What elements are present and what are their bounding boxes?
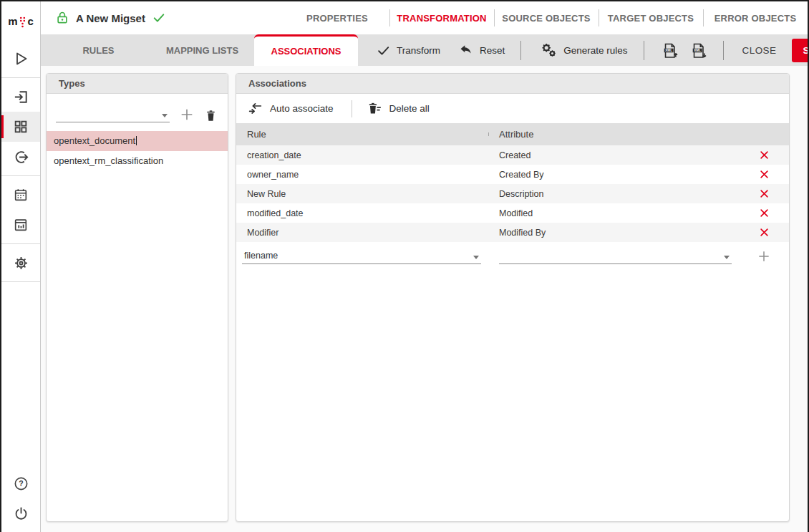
add-type-button[interactable] <box>179 107 195 122</box>
sidebar-item-import[interactable] <box>1 82 40 112</box>
sidebar-item-scheduler[interactable] <box>1 180 40 210</box>
svg-text:XML: XML <box>694 49 701 52</box>
migset-name: A New Migset <box>76 12 145 24</box>
delete-association-button[interactable] <box>739 227 789 238</box>
sidebar-item-help[interactable]: ? <box>1 468 40 498</box>
tab-error-objects[interactable]: ERROR OBJECTS <box>703 1 808 34</box>
associations-panel-header: Associations <box>236 74 789 94</box>
association-row[interactable]: modified_date Modified <box>236 203 789 223</box>
attribute-cell: Description <box>488 189 739 199</box>
attribute-cell: Modified By <box>488 228 739 238</box>
plus-icon <box>757 249 771 263</box>
scheduler-icon <box>13 187 29 203</box>
association-row[interactable]: New Rule Description <box>236 184 789 203</box>
delete-association-button[interactable] <box>739 150 789 160</box>
new-attribute-select[interactable] <box>499 248 732 264</box>
toolbar-divider <box>644 41 644 60</box>
delete-all-label: Delete all <box>389 103 430 114</box>
run-icon <box>12 50 29 67</box>
column-header-attribute: Attribute <box>488 129 739 140</box>
add-association-button[interactable] <box>739 249 789 263</box>
association-row[interactable]: owner_name Created By <box>236 165 789 184</box>
auto-associate-icon <box>248 101 263 116</box>
transform-button[interactable]: Transform <box>377 44 440 57</box>
associations-toolbar-divider <box>352 100 352 117</box>
association-row[interactable]: Modifier Modified By <box>236 223 789 242</box>
sidebar-spacer <box>1 282 40 465</box>
tab-associations[interactable]: ASSOCIATIONS <box>254 34 358 66</box>
text-cursor <box>136 136 137 145</box>
export-icon <box>13 149 29 165</box>
xml-download-icon: XML <box>690 42 707 59</box>
sidebar-item-settings[interactable] <box>1 248 40 278</box>
power-icon <box>13 506 29 522</box>
delete-association-button[interactable] <box>739 208 789 218</box>
logo-letter-left: m <box>8 15 17 27</box>
new-rule-select-value: filename <box>244 251 278 261</box>
tab-source-objects[interactable]: SOURCE OBJECTS <box>494 1 599 34</box>
help-icon: ? <box>13 475 29 492</box>
close-button[interactable]: CLOSE <box>742 45 777 56</box>
xml-upload-icon: XML <box>662 42 679 59</box>
tab-target-objects[interactable]: TARGET OBJECTS <box>599 1 703 34</box>
save-button[interactable]: SAVE <box>792 39 809 62</box>
sidebar-item-logout[interactable] <box>1 498 40 528</box>
auto-associate-button[interactable]: Auto associate <box>248 101 334 116</box>
association-row[interactable]: creation_date Created <box>236 145 789 165</box>
tab-mapping-lists[interactable]: MAPPING LISTS <box>150 34 254 66</box>
sidebar: m c <box>1 1 41 532</box>
svg-text:?: ? <box>19 479 23 488</box>
transformation-toolbar: RULES MAPPING LISTS ASSOCIATIONS Transfo… <box>41 34 808 66</box>
import-icon <box>13 89 29 105</box>
sidebar-item-run[interactable] <box>1 44 40 74</box>
delete-all-button[interactable]: Delete all <box>367 101 430 116</box>
types-panel: Types <box>46 73 228 522</box>
associations-toolbar: Auto associate Delete all <box>236 94 789 123</box>
associations-table: Rule Attribute creation_date Created own… <box>236 123 789 268</box>
tab-rules[interactable]: RULES <box>47 34 150 66</box>
import-xml-button[interactable]: XML <box>662 42 679 59</box>
type-select[interactable] <box>56 105 170 122</box>
types-list: opentext_document opentext_rm_classifica… <box>47 131 228 171</box>
generate-rules-button[interactable]: Generate rules <box>540 42 627 58</box>
reset-label: Reset <box>480 45 505 56</box>
check-icon <box>377 44 390 57</box>
associations-table-header: Rule Attribute <box>236 123 789 145</box>
toolbar-tabs: RULES MAPPING LISTS ASSOCIATIONS <box>47 34 358 66</box>
attribute-cell: Created <box>488 150 739 160</box>
tab-transformation[interactable]: TRANSFORMATION <box>389 1 494 34</box>
sidebar-group-bottom: ? <box>1 465 40 532</box>
sidebar-item-migsets[interactable] <box>1 112 40 142</box>
delete-x-icon <box>759 208 770 218</box>
topbar: A New Migset PROPERTIES TRANSFORMATION S… <box>41 1 808 34</box>
undo-arrow-icon <box>459 43 473 57</box>
chevron-down-icon <box>724 256 730 259</box>
rule-cell: New Rule <box>236 189 488 199</box>
valid-check-icon <box>152 11 166 25</box>
toolbar-divider <box>520 41 521 60</box>
toolbar-actions: Transform Reset <box>358 34 809 66</box>
plus-icon <box>179 107 195 122</box>
logo-letter-right: c <box>28 15 34 27</box>
associations-panel: Associations Auto associate <box>236 73 790 522</box>
main-area: A New Migset PROPERTIES TRANSFORMATION S… <box>41 1 808 532</box>
transform-label: Transform <box>397 45 440 56</box>
sidebar-item-dashboard[interactable] <box>1 210 40 240</box>
sidebar-group-monitoring <box>1 176 40 244</box>
types-panel-title: Types <box>59 78 85 89</box>
sidebar-item-export[interactable] <box>1 142 40 172</box>
sidebar-group-run <box>1 40 40 77</box>
new-rule-select[interactable]: filename <box>242 248 481 264</box>
tab-properties[interactable]: PROPERTIES <box>285 1 389 34</box>
export-xml-button[interactable]: XML <box>690 42 707 59</box>
delete-association-button[interactable] <box>739 188 789 199</box>
delete-type-button[interactable] <box>204 109 218 122</box>
app-window: m c <box>0 0 809 532</box>
delete-x-icon <box>759 227 770 238</box>
type-list-item[interactable]: opentext_rm_classification <box>47 151 228 171</box>
type-list-item[interactable]: opentext_document <box>47 131 228 151</box>
reset-button[interactable]: Reset <box>459 43 505 57</box>
delete-association-button[interactable] <box>739 169 789 180</box>
delete-x-icon <box>759 188 770 199</box>
top-tabs: PROPERTIES TRANSFORMATION SOURCE OBJECTS… <box>285 1 808 34</box>
